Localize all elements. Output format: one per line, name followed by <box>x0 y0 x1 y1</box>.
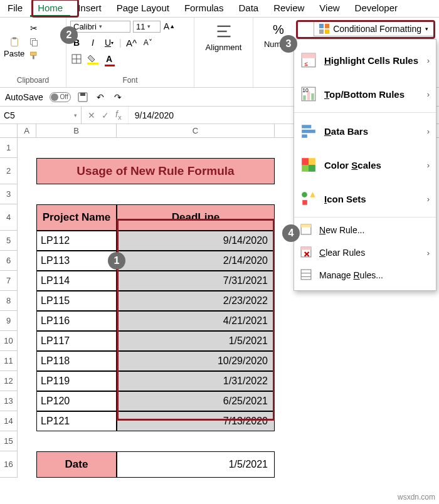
tab-home[interactable]: Home <box>30 0 70 17</box>
row-header[interactable]: 7 <box>0 271 18 291</box>
deadline-cell[interactable]: 10/29/2020 <box>117 351 275 371</box>
row-header[interactable]: 12 <box>0 371 18 391</box>
fx-icon[interactable]: fx <box>115 109 122 121</box>
project-name-cell[interactable]: LP113 <box>36 251 117 271</box>
fill-color-icon[interactable] <box>87 53 99 65</box>
redo-icon[interactable]: ↷ <box>112 92 124 103</box>
increase-font-icon[interactable]: A▲ <box>163 20 176 33</box>
borders-icon[interactable] <box>70 53 83 65</box>
row-header[interactable]: 5 <box>0 231 18 251</box>
cell[interactable] <box>18 451 36 478</box>
deadline-cell[interactable]: 7/31/2021 <box>117 271 275 291</box>
increase-font-size-icon[interactable]: A^ <box>125 36 138 49</box>
cell[interactable] <box>18 391 36 411</box>
row-header[interactable]: 1 <box>0 138 18 158</box>
col-header-c[interactable]: C <box>117 124 275 137</box>
deadline-cell[interactable]: 9/14/2020 <box>117 231 275 251</box>
project-name-cell[interactable]: LP117 <box>36 331 117 351</box>
cell[interactable] <box>36 431 117 451</box>
cell[interactable] <box>18 311 36 331</box>
menu-new-rule[interactable]: New Rule... <box>294 219 436 241</box>
enter-formula-icon[interactable]: ✓ <box>102 110 109 120</box>
paste-icon[interactable] <box>9 36 20 48</box>
deadline-cell[interactable]: 4/21/2021 <box>117 311 275 331</box>
menu-top-bottom-rules[interactable]: 10 Top/Bottom Rules › <box>294 77 436 111</box>
cell[interactable] <box>117 431 275 451</box>
col-header-b[interactable]: B <box>36 124 117 137</box>
autosave-toggle[interactable]: Off <box>50 92 71 102</box>
cell[interactable] <box>36 138 117 158</box>
alignment-icon[interactable] <box>215 23 233 40</box>
deadline-cell[interactable]: 1/31/2022 <box>117 371 275 391</box>
font-size-combo[interactable]: 11▾ <box>133 21 161 33</box>
deadline-cell[interactable]: 2/23/2022 <box>117 291 275 311</box>
row-header[interactable]: 14 <box>0 411 18 431</box>
undo-icon[interactable]: ↶ <box>95 92 106 103</box>
tab-file[interactable]: File <box>0 0 30 17</box>
row-header[interactable]: 15 <box>0 431 18 451</box>
date-value[interactable]: 1/5/2021 <box>117 451 275 478</box>
menu-icon-sets[interactable]: Icon Sets › <box>294 182 436 216</box>
tab-formulas[interactable]: Formulas <box>177 0 231 17</box>
cell[interactable] <box>18 431 36 451</box>
row-header[interactable]: 16 <box>0 451 18 478</box>
row-header[interactable]: 2 <box>0 158 18 184</box>
row-header[interactable]: 11 <box>0 351 18 371</box>
cell[interactable] <box>18 291 36 311</box>
cell[interactable] <box>36 184 117 204</box>
tab-view[interactable]: View <box>312 0 347 17</box>
name-box[interactable]: C5▾ <box>0 107 82 123</box>
cell[interactable] <box>18 158 36 184</box>
tab-page-layout[interactable]: Page Layout <box>109 0 177 17</box>
cell[interactable] <box>18 251 36 271</box>
row-header[interactable]: 13 <box>0 391 18 411</box>
menu-manage-rules[interactable]: Manage Rules... <box>294 264 436 286</box>
row-header[interactable]: 9 <box>0 311 18 331</box>
cut-icon[interactable]: ✂ <box>28 23 40 34</box>
deadline-cell[interactable]: 7/13/2020 <box>117 411 275 431</box>
save-icon[interactable] <box>77 92 88 103</box>
cell[interactable] <box>117 184 275 204</box>
deadline-cell[interactable]: 6/25/2021 <box>117 391 275 411</box>
menu-clear-rules[interactable]: Clear Rules › <box>294 241 436 264</box>
copy-icon[interactable] <box>28 36 40 48</box>
row-header[interactable]: 10 <box>0 331 18 351</box>
menu-color-scales[interactable]: Color Scales › <box>294 148 436 182</box>
project-name-cell[interactable]: LP120 <box>36 391 117 411</box>
col-header-a[interactable]: A <box>18 124 36 137</box>
decrease-font-size-icon[interactable]: A˅ <box>142 36 154 49</box>
tab-developer[interactable]: Developer <box>347 0 405 17</box>
tab-data[interactable]: Data <box>231 0 266 17</box>
format-painter-icon[interactable] <box>28 50 40 61</box>
project-name-cell[interactable]: LP112 <box>36 231 117 251</box>
menu-data-bars[interactable]: Data Bars › <box>294 114 436 148</box>
cell[interactable] <box>18 351 36 371</box>
project-name-cell[interactable]: LP121 <box>36 411 117 431</box>
menu-highlight-cells-rules[interactable]: ≤ HHighlight Cells Rulesighlight Cells R… <box>294 43 436 77</box>
cell[interactable] <box>18 411 36 431</box>
conditional-formatting-button[interactable]: Conditional Formatting ▾ <box>314 21 434 36</box>
row-header[interactable]: 4 <box>0 204 18 231</box>
row-header[interactable]: 6 <box>0 251 18 271</box>
project-name-cell[interactable]: LP116 <box>36 311 117 331</box>
select-all-corner[interactable] <box>0 124 18 137</box>
tab-review[interactable]: Review <box>266 0 312 17</box>
cell[interactable] <box>117 138 275 158</box>
cell[interactable] <box>18 231 36 251</box>
row-header[interactable]: 3 <box>0 184 18 204</box>
cell[interactable] <box>18 271 36 291</box>
cell[interactable] <box>18 371 36 391</box>
deadline-cell[interactable]: 2/14/2020 <box>117 251 275 271</box>
deadline-cell[interactable]: 1/5/2021 <box>117 331 275 351</box>
row-header[interactable]: 8 <box>0 291 18 311</box>
percent-icon[interactable]: % <box>273 23 284 37</box>
project-name-cell[interactable]: LP118 <box>36 351 117 371</box>
cancel-formula-icon[interactable]: ✕ <box>88 110 95 120</box>
project-name-cell[interactable]: LP119 <box>36 371 117 391</box>
cell[interactable] <box>18 331 36 351</box>
font-name-combo[interactable]: Calibri▾ <box>70 21 130 33</box>
underline-button[interactable]: U▾ <box>103 36 115 49</box>
cell[interactable] <box>18 204 36 231</box>
project-name-cell[interactable]: LP114 <box>36 271 117 291</box>
cell[interactable] <box>18 184 36 204</box>
